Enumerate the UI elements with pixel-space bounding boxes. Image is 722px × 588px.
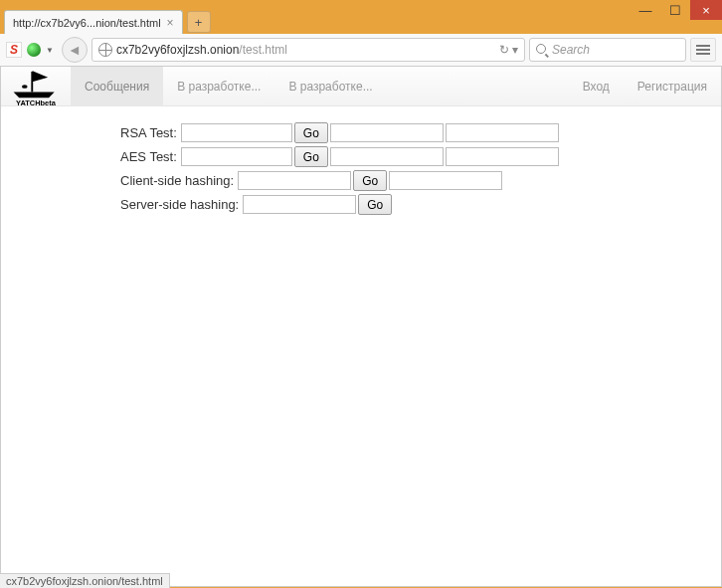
tab-strip: http://cx7b2vy6...nion/test.html × + — [0, 8, 722, 34]
rsa-go-button[interactable]: Go — [294, 122, 328, 143]
server-hash-label: Server-side hashing: — [120, 197, 239, 212]
dropdown-arrow-icon[interactable]: ▼ — [46, 46, 54, 55]
server-hash-row: Server-side hashing: Go — [120, 194, 721, 215]
client-hash-output[interactable] — [389, 171, 502, 190]
browser-toolbar: S ▼ ◄ cx7b2vy6foxjlzsh.onion/test.html ↻… — [0, 34, 722, 67]
main-content: RSA Test: Go AES Test: Go Client-side ha… — [1, 106, 721, 215]
svg-text:YATCHbeta: YATCHbeta — [16, 98, 57, 104]
site-logo[interactable]: YATCHbeta — [1, 67, 71, 106]
server-hash-input[interactable] — [243, 195, 356, 214]
svg-point-0 — [22, 85, 28, 89]
aes-output-2[interactable] — [446, 147, 559, 166]
noscript-icon[interactable] — [26, 42, 42, 58]
rsa-input[interactable] — [181, 123, 292, 142]
tab-close-icon[interactable]: × — [167, 16, 174, 30]
search-box[interactable]: Search — [529, 38, 686, 62]
new-tab-button[interactable]: + — [187, 11, 211, 33]
aes-test-row: AES Test: Go — [120, 146, 721, 167]
page-content: YATCHbeta Сообщения В разработке... В ра… — [0, 67, 722, 587]
back-button[interactable]: ◄ — [62, 37, 88, 63]
client-hash-label: Client-side hashing: — [120, 173, 234, 188]
nav-dev2[interactable]: В разработке... — [274, 67, 386, 106]
server-hash-go-button[interactable]: Go — [358, 194, 392, 215]
nav-messages[interactable]: Сообщения — [71, 67, 163, 106]
hamburger-menu-button[interactable] — [690, 38, 716, 62]
status-bar: cx7b2vy6foxjlzsh.onion/test.html — [0, 573, 170, 588]
aes-output-1[interactable] — [330, 147, 444, 166]
rsa-output-1[interactable] — [330, 123, 444, 142]
aes-input[interactable] — [181, 147, 292, 166]
tab-title: http://cx7b2vy6...nion/test.html — [13, 17, 161, 29]
url-text: cx7b2vy6foxjlzsh.onion/test.html — [116, 43, 287, 57]
client-hash-go-button[interactable]: Go — [353, 170, 387, 191]
rsa-label: RSA Test: — [120, 125, 177, 140]
nav-dev1[interactable]: В разработке... — [163, 67, 274, 106]
rsa-test-row: RSA Test: Go — [120, 122, 721, 143]
site-navbar: YATCHbeta Сообщения В разработке... В ра… — [1, 67, 721, 106]
aes-go-button[interactable]: Go — [294, 146, 328, 167]
close-button[interactable]: × — [690, 0, 722, 20]
extension-s-icon[interactable]: S — [6, 42, 22, 58]
nav-login[interactable]: Вход — [569, 67, 624, 106]
search-placeholder: Search — [552, 43, 590, 57]
aes-label: AES Test: — [120, 149, 177, 164]
url-bar[interactable]: cx7b2vy6foxjlzsh.onion/test.html ↻ ▾ — [91, 38, 525, 62]
globe-icon — [98, 43, 112, 57]
client-hash-input[interactable] — [238, 171, 351, 190]
client-hash-row: Client-side hashing: Go — [120, 170, 721, 191]
nav-register[interactable]: Регистрация — [624, 67, 721, 106]
reload-icon[interactable]: ↻ ▾ — [499, 43, 518, 57]
search-icon — [536, 44, 548, 56]
browser-tab[interactable]: http://cx7b2vy6...nion/test.html × — [4, 10, 183, 34]
minimize-button[interactable]: — — [631, 0, 660, 20]
rsa-output-2[interactable] — [446, 123, 559, 142]
maximize-button[interactable]: ☐ — [660, 0, 690, 20]
title-bar — [0, 0, 722, 8]
